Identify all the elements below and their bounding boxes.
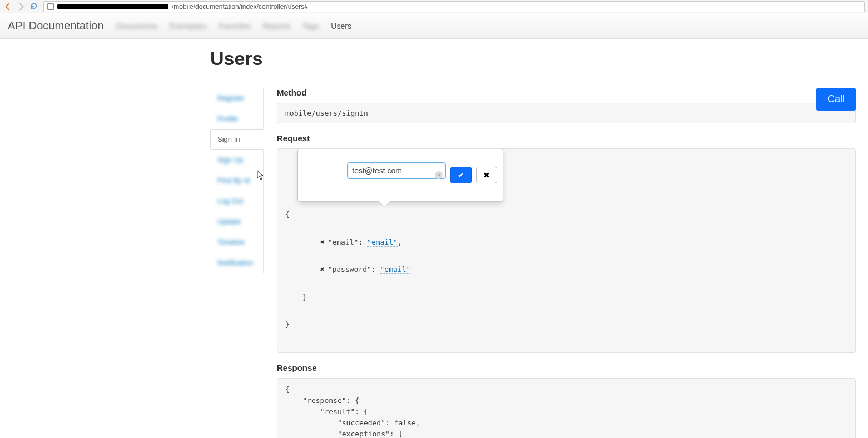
response-heading: Response: [277, 363, 856, 372]
request-box: ✕ ✔ ✖ { ✖"email": "email", ✖"password": …: [277, 148, 856, 353]
refresh-icon[interactable]: [30, 2, 39, 11]
browser-toolbar: /mobile/documentation/index/controller/u…: [0, 0, 868, 13]
nav-item[interactable]: Favorites: [219, 22, 251, 31]
request-heading: Request: [277, 133, 856, 143]
request-line: {: [285, 209, 847, 220]
back-icon[interactable]: [3, 2, 12, 11]
confirm-button[interactable]: ✔: [450, 167, 472, 183]
method-path: mobile/users/signIn: [285, 109, 368, 117]
main-panel: Call Method mobile/users/signIn Request …: [0, 39, 868, 438]
nav-item[interactable]: Exemplars: [170, 22, 206, 31]
delete-icon[interactable]: ✖: [320, 237, 327, 248]
response-box: { "response": { "result": { "succeeded":…: [277, 378, 856, 439]
url-redacted: [57, 4, 168, 9]
url-suffix: /mobile/documentation/index/controller/u…: [172, 3, 308, 11]
edit-popover: ✕ ✔ ✖: [297, 148, 503, 202]
nav-item[interactable]: Tags: [302, 22, 319, 31]
brand-title[interactable]: API Documentation: [8, 19, 103, 32]
close-icon: ✖: [483, 171, 490, 180]
request-line: }: [285, 292, 847, 303]
top-nav: API Documentation Discussions Exemplars …: [0, 13, 868, 39]
check-icon: ✔: [458, 171, 464, 180]
delete-icon[interactable]: ✖: [320, 264, 327, 275]
popover-input[interactable]: [347, 162, 446, 179]
forward-icon[interactable]: [17, 2, 26, 11]
editable-value-password[interactable]: "email": [380, 265, 411, 274]
cancel-button[interactable]: ✖: [476, 167, 497, 183]
url-bar[interactable]: /mobile/documentation/index/controller/u…: [43, 1, 865, 12]
clear-icon[interactable]: ✕: [435, 171, 443, 179]
request-line: ✖"password": "email": [285, 264, 847, 275]
page-icon: [47, 3, 54, 10]
request-line: }: [285, 319, 847, 330]
method-path-box: mobile/users/signIn: [277, 103, 856, 123]
nav-item[interactable]: Discussions: [116, 22, 157, 31]
request-line: ✖"email": "email",: [285, 237, 847, 248]
call-button[interactable]: Call: [816, 88, 856, 111]
nav-item[interactable]: Reports: [263, 22, 290, 31]
nav-item-active[interactable]: Users: [331, 22, 351, 31]
editable-value-email[interactable]: "email": [367, 238, 398, 247]
method-heading: Method: [277, 88, 856, 97]
